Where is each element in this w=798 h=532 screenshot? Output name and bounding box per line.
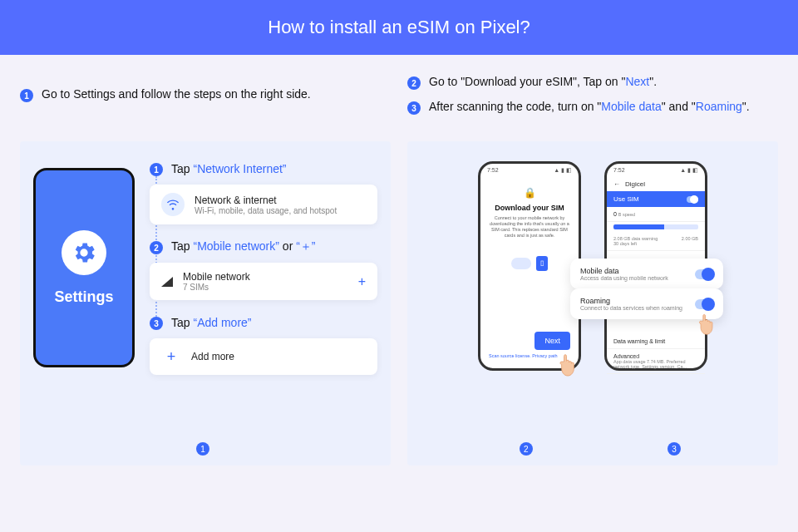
gear-icon [62,230,106,275]
data-usage-row: 2.08 GB data warning 30 days left 2.00 G… [607,232,705,251]
substep-1-label: 1 Tap “Network Internet” [150,161,377,176]
status-icons: ▲ ▮ ◧ [554,167,572,174]
phone-settings-mockup: Settings [33,168,135,367]
mobile-network-card[interactable]: Mobile network 7 SIMs + [150,263,377,300]
use-sim-row[interactable]: Use SIM [607,191,705,207]
mobile-data-sub: Access data using mobile network [580,275,668,281]
mobile-data-link: Mobile data [601,100,661,113]
step-number-badge: 3 [150,317,163,330]
cloud-sim-illustration: ▯ [489,256,570,271]
next-link: Next [625,75,649,88]
card-title: Mobile network [183,271,250,283]
carrier-header: ← Digicel [607,177,705,191]
mobile-data-title: Mobile data [580,267,668,275]
toggle-on-icon[interactable] [695,269,713,279]
panel-step-1: Settings 1 Tap “Network Internet” [20,141,391,466]
plus-icon[interactable]: + [358,274,366,289]
panel-number-badge: 1 [196,442,209,456]
data-speed-row: 0 B speed [607,207,705,222]
card-subtitle: Wi-Fi, mobile, data usage, and hotspot [195,206,337,215]
card-title: Network & internet [195,195,337,206]
card-title: Add more [191,351,234,362]
page-header: How to install an eSIM on Pixel? [0,0,798,55]
plus-icon: + [161,347,181,367]
download-sim-title: Download your SIM [489,204,570,212]
substep-3-label: 3 Tap “Add more” [150,315,377,330]
step-number-badge: 3 [407,101,421,115]
signal-icon [161,277,173,287]
page-title: How to install an eSIM on Pixel? [268,17,530,38]
intro-step-3-text: After scanning the code, turn on "Mobile… [429,100,750,113]
scan-source-link[interactable]: Scan source license. Privacy path [489,353,558,358]
step-number-badge: 1 [150,163,163,176]
step-number-badge: 1 [20,89,33,102]
hand-cursor-icon [555,350,580,378]
step-number-badge: 2 [150,241,163,254]
roaming-sub: Connect to data services when roaming [580,305,682,311]
advanced-row[interactable]: Advanced App data usage 7.74 MB. Preferr… [607,349,705,374]
add-more-card[interactable]: + Add more [150,338,377,375]
status-bar: 7:52 ▲ ▮ ◧ [480,164,579,177]
roaming-link: Roaming [696,100,742,113]
panel-number-badge: 3 [667,442,681,456]
intro-step-2: 2 Go to "Download your eSIM", Tap on "Ne… [407,75,778,90]
phone-download-sim: 7:52 ▲ ▮ ◧ 🔒 Download your SIM Connect t… [478,161,581,371]
wifi-icon [161,193,185,216]
step-number-badge: 2 [407,76,421,90]
sim-icon: ▯ [536,256,548,271]
toggle-on-icon[interactable] [687,196,698,203]
intro-step-2-text: Go to "Download your eSIM", Tap on "Next… [429,75,657,88]
back-icon[interactable]: ← [613,180,620,188]
hand-cursor-icon [695,310,718,337]
intro-step-1-text: Go to Settings and follow the steps on t… [42,87,311,101]
toggle-on-icon[interactable] [695,299,713,309]
data-usage-bar [613,224,698,229]
carrier-name: Digicel [625,180,645,188]
mobile-data-card[interactable]: Mobile data Access data using mobile net… [570,259,723,289]
phone-sim-settings: 7:52 ▲ ▮ ◧ ← Digicel Use SIM 0 B speed [604,161,707,371]
intro-step-1: 1 Go to Settings and follow the steps on… [20,87,311,102]
next-button[interactable]: Next [534,332,570,350]
download-sim-desc: Connect to your mobile network by downlo… [489,215,570,239]
cloud-icon [511,258,531,269]
panel-number-badge: 2 [520,442,533,456]
panel-step-2-3: 7:52 ▲ ▮ ◧ 🔒 Download your SIM Connect t… [407,141,778,466]
network-internet-card[interactable]: Network & internet Wi-Fi, mobile, data u… [150,185,377,224]
intro-step-3: 3 After scanning the code, turn on "Mobi… [407,100,778,115]
status-bar: 7:52 ▲ ▮ ◧ [607,164,705,177]
status-icons: ▲ ▮ ◧ [680,167,698,174]
data-warning-row[interactable]: Data warning & limit [607,334,705,349]
roaming-title: Roaming [580,297,682,305]
card-subtitle: 7 SIMs [183,283,250,292]
substep-2-label: 2 Tap “Mobile network” or “＋” [150,239,377,254]
settings-app-label: Settings [54,288,113,306]
lock-icon: 🔒 [489,187,570,199]
